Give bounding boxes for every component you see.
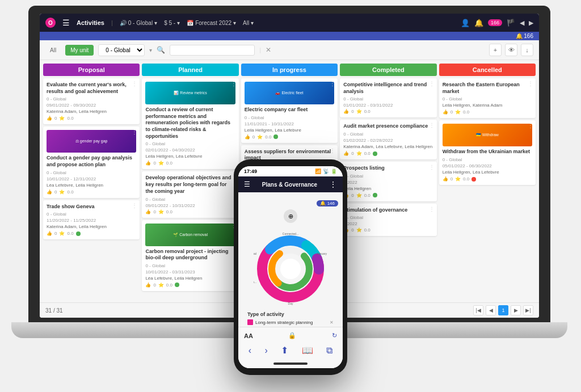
card-planned-2[interactable]: ⋮ Develop operational objectives and key… — [142, 171, 238, 217]
card-org: 0 - Global — [343, 96, 433, 102]
card-menu-icon[interactable]: ⋮ — [330, 81, 335, 87]
card-title: Competitive intelligence and trend analy… — [343, 82, 433, 95]
card-footer: 👍0 ⭐0.0 — [47, 231, 136, 236]
prev-page-btn[interactable]: ◀ — [486, 305, 496, 315]
add-btn[interactable]: + — [489, 44, 502, 56]
card-completed-3[interactable]: ⋮ Prospects listing 0 - Global 7/2022 Le… — [340, 162, 436, 201]
my-unit-filter-btn[interactable]: My unit — [65, 45, 94, 56]
card-people: Léa Lefebvre, Leila Hellgren — [47, 183, 136, 188]
card-planned-1[interactable]: ⋮ 📊 Review metrics Conduct a review of c… — [142, 78, 238, 169]
back-icon[interactable]: ◀ — [520, 19, 524, 27]
volume-icon: 🔊 — [120, 20, 127, 26]
phone-tab-icon[interactable]: ⊕ — [284, 209, 297, 223]
card-completed-4[interactable]: ⋮ Stimulation of governance 0 - Global 0… — [340, 204, 436, 237]
phone-actions: ‹ › ⬆ 📖 ⧉ — [242, 343, 339, 358]
nav-currency[interactable]: $ 5 - ▾ — [164, 20, 180, 26]
card-menu-icon[interactable]: ⋮ — [132, 203, 137, 209]
card-people: Léa Lefebvre, Leila Hellgren — [145, 276, 235, 281]
card-menu-icon[interactable]: ⋮ — [429, 122, 435, 128]
card-menu-icon[interactable]: ⋮ — [132, 129, 137, 135]
card-menu-icon[interactable]: ⋮ — [330, 147, 335, 154]
card-dates: 10/01/2022 - 03/31/2023 — [145, 269, 235, 275]
filter-bar: All My unit 0 - Global ▾ 🔍 | ✕ + 👁 — [40, 40, 539, 60]
forward-icon[interactable]: ▶ — [529, 19, 533, 27]
card-menu-icon[interactable]: ⋮ — [429, 164, 435, 170]
last-page-btn[interactable]: ▶| — [523, 305, 533, 315]
column-header-planned: Planned — [142, 64, 238, 76]
card-proposal-1[interactable]: ⋮ Evaluate the current year's work, resu… — [43, 78, 140, 124]
current-page-btn[interactable]: 1 — [498, 305, 508, 315]
nav-all[interactable]: All ▾ — [243, 20, 254, 26]
phone-tabs-icon[interactable]: ⧉ — [326, 345, 332, 356]
card-dates: 09/01/2022 - 09/30/2022 — [47, 103, 136, 108]
view-btn[interactable]: 👁 — [505, 44, 517, 56]
search-icon: 🔍 — [157, 46, 165, 54]
legend-close-1[interactable]: ✕ — [330, 320, 334, 325]
status-dot — [175, 283, 179, 287]
card-thumb: ⚖ gender pay gap — [47, 130, 136, 153]
phone-back-icon[interactable]: ‹ — [249, 345, 251, 356]
nav-global[interactable]: 🔊 0 - Global ▾ — [120, 20, 157, 26]
card-footer: 👍0 ⭐0.0 — [145, 209, 235, 214]
legend-item-1: Long-term strategic planning ✕ — [247, 319, 334, 325]
all-filter-btn[interactable]: All — [45, 45, 61, 55]
search-input[interactable] — [170, 45, 255, 56]
card-proposal-3[interactable]: ⋮ Trade show Geneva 0 - Global 11/20/202… — [43, 200, 140, 240]
card-inprogress-1[interactable]: ⋮ 🚗 Electric fleet Electric company car … — [241, 78, 338, 143]
hamburger-icon[interactable]: ☰ — [62, 18, 70, 27]
card-completed-2[interactable]: ⋮ Audit market presence compliance 0 - G… — [340, 120, 436, 159]
notification-icon[interactable]: 🔔 — [474, 19, 483, 27]
download-btn[interactable]: ↓ — [521, 44, 533, 56]
card-footer: 👍0 ⭐0.0 — [47, 189, 136, 195]
card-dates: 7/2022 — [343, 180, 433, 185]
phone-share-icon[interactable]: ⬆ — [281, 345, 288, 356]
status-dot — [76, 231, 81, 236]
card-menu-icon[interactable]: ⋮ — [429, 81, 435, 87]
phone-more-icon[interactable]: ⋮ — [329, 180, 337, 189]
card-dates: 02/01/2022 - 04/30/2022 — [145, 147, 235, 153]
card-proposal-2[interactable]: ⋮ ⚖ gender pay gap Conduct a gender pay … — [43, 127, 140, 197]
status-dot — [273, 134, 278, 139]
calendar-icon: 📅 — [187, 20, 193, 26]
card-people: Leila Hellgren, Katerina Adam — [443, 103, 532, 108]
card-menu-icon[interactable]: ⋮ — [231, 81, 237, 87]
signal-icon: 📶 — [315, 168, 321, 174]
phone-refresh-icon[interactable]: ↻ — [332, 332, 337, 339]
card-footer: 👍0 ⭐0.0 — [145, 161, 235, 166]
card-thumb: 🌱 Carbon removal — [145, 224, 235, 246]
card-menu-icon[interactable]: ⋮ — [132, 81, 137, 87]
first-page-btn[interactable]: |◀ — [473, 305, 483, 315]
legend-color-1 — [247, 319, 253, 325]
card-thumb: 📊 Review metrics — [145, 82, 235, 104]
pagination-summary: 31 / 31 — [45, 307, 63, 314]
nav-forecast[interactable]: 📅 Forecast 2022 ▾ — [187, 20, 236, 26]
card-title: Develop operational objectives and key r… — [145, 175, 235, 195]
card-footer: 👍0 ⭐0.0 — [443, 109, 532, 115]
card-title: Stimulation of governance — [343, 207, 433, 214]
phone-home-indicator[interactable] — [273, 363, 308, 365]
phone-aa-label: AA — [244, 332, 253, 339]
app-title: Activities — [77, 19, 104, 26]
column-cancelled: Cancelled ⋮ Research the Eastern Europea… — [439, 64, 536, 299]
card-dates: 11/01/2021 - 10/31/2022 — [245, 121, 334, 127]
next-page-btn[interactable]: ▶ — [511, 305, 521, 315]
card-title: Audit market presence compliance — [343, 123, 433, 130]
card-menu-icon[interactable]: ⋮ — [528, 123, 533, 129]
card-title: Conduct a gender pay gap analysis and pr… — [47, 155, 136, 168]
card-footer: 👍0 ⭐0.0 — [245, 134, 334, 140]
phone-forward-icon[interactable]: › — [265, 345, 268, 356]
user-icon[interactable]: 👤 — [461, 19, 470, 27]
card-completed-1[interactable]: ⋮ Competitive intelligence and trend ana… — [340, 78, 436, 117]
phone-menu-icon[interactable]: ☰ — [244, 180, 250, 188]
card-menu-icon[interactable]: ⋮ — [429, 206, 435, 212]
card-planned-3[interactable]: ⋮ 🌱 Carbon removal Carbon removal projec… — [142, 220, 238, 291]
clear-search-icon[interactable]: ✕ — [266, 46, 271, 54]
phone-book-icon[interactable]: 📖 — [302, 345, 313, 356]
card-org: 0 - Global — [145, 263, 235, 268]
status-dot — [471, 177, 476, 182]
column-header-inprogress: In progress — [241, 64, 338, 76]
card-menu-icon[interactable]: ⋮ — [528, 81, 533, 87]
unit-select[interactable]: 0 - Global — [98, 44, 145, 56]
card-cancelled-1[interactable]: ⋮ Research the Eastern European market 0… — [439, 78, 536, 118]
card-cancelled-2[interactable]: ⋮ 🇺🇦 Withdraw Withdraw from the Ukrainia… — [439, 120, 536, 185]
